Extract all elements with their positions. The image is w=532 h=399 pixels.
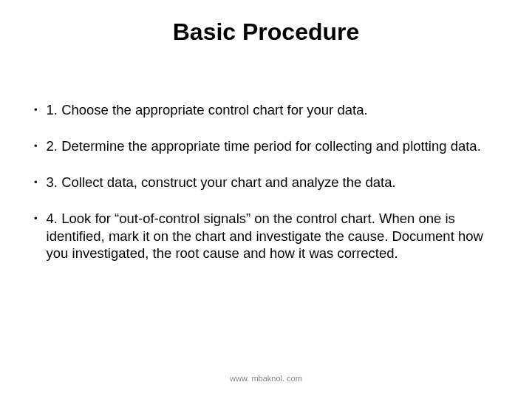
list-item: • 1. Choose the appropriate control char… [30,101,502,118]
list-item: • 3. Collect data, construct your chart … [30,174,502,191]
list-item: • 2. Determine the appropriate time peri… [30,137,502,154]
bullet-icon: • [34,213,38,225]
bullet-text: 1. Choose the appropriate control chart … [47,101,502,118]
slide: Basic Procedure • 1. Choose the appropri… [0,0,532,399]
bullet-icon: • [34,177,38,188]
page-title: Basic Procedure [30,18,502,46]
bullet-list: • 1. Choose the appropriate control char… [30,101,502,262]
footer-text: www. mbaknol. com [0,374,532,383]
bullet-icon: • [34,104,38,116]
bullet-icon: • [34,140,38,152]
bullet-text: 2. Determine the appropriate time period… [47,137,502,154]
bullet-text: 3. Collect data, construct your chart an… [47,174,502,191]
list-item: • 4. Look for “out-of-control signals” o… [30,210,502,261]
bullet-text: 4. Look for “out-of-control signals” on … [47,210,502,261]
